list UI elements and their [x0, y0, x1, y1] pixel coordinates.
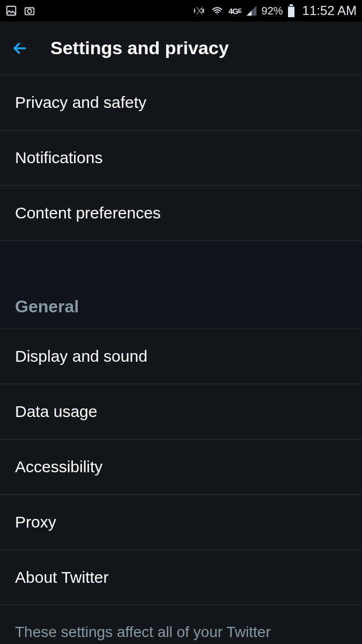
settings-item-data-usage[interactable]: Data usage — [0, 384, 362, 440]
settings-item-label: Display and sound — [15, 347, 147, 365]
camera-icon — [24, 5, 35, 17]
settings-item-proxy[interactable]: Proxy — [0, 495, 362, 550]
svg-rect-0 — [7, 6, 16, 16]
back-button[interactable] — [11, 39, 29, 57]
settings-item-label: Proxy — [15, 513, 56, 531]
settings-list: Privacy and safety Notifications Content… — [0, 75, 362, 642]
status-bar-left — [5, 5, 35, 17]
settings-item-content-preferences[interactable]: Content preferences — [0, 186, 362, 241]
settings-item-label: Data usage — [15, 402, 97, 420]
svg-rect-5 — [288, 6, 294, 7]
status-time: 11:52 AM — [302, 3, 357, 18]
settings-item-label: Privacy and safety — [15, 93, 146, 111]
network-label: 4G — [228, 6, 238, 16]
settings-item-label: Accessibility — [15, 458, 102, 475]
svg-rect-3 — [290, 4, 293, 6]
status-bar: 4GE 92% 11:52 AM — [0, 0, 362, 21]
section-gap — [0, 241, 362, 283]
footer-text: These settings affect all of your Twitte… — [0, 605, 362, 642]
settings-item-notifications[interactable]: Notifications — [0, 130, 362, 186]
network-4g-icon: 4GE — [228, 6, 241, 16]
settings-item-label: Content preferences — [15, 204, 161, 222]
app-bar: Settings and privacy — [0, 21, 362, 75]
settings-item-label: About Twitter — [15, 568, 109, 586]
page-title: Settings and privacy — [50, 38, 229, 58]
battery-icon — [287, 4, 295, 17]
settings-item-accessibility[interactable]: Accessibility — [0, 440, 362, 495]
svg-point-2 — [27, 9, 31, 13]
wifi-icon — [210, 5, 224, 17]
svg-rect-4 — [288, 6, 294, 17]
settings-item-about-twitter[interactable]: About Twitter — [0, 550, 362, 605]
vibrate-icon — [192, 5, 206, 17]
picture-icon — [5, 5, 17, 17]
status-bar-right: 4GE 92% 11:52 AM — [192, 3, 357, 18]
settings-item-privacy-safety[interactable]: Privacy and safety — [0, 75, 362, 130]
signal-icon — [246, 5, 257, 17]
settings-item-label: Notifications — [15, 149, 102, 166]
settings-item-display-sound[interactable]: Display and sound — [0, 329, 362, 384]
section-header-general: General — [0, 283, 362, 329]
battery-percentage: 92% — [262, 5, 283, 17]
